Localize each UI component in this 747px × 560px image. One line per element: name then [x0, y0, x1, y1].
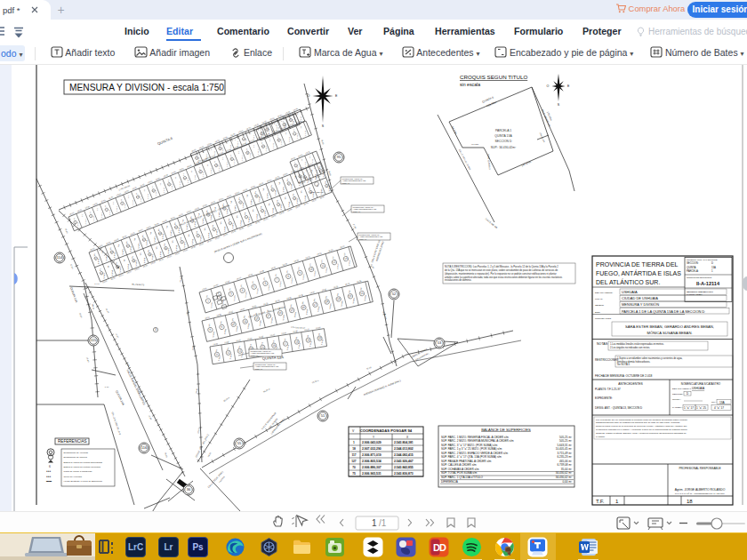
svg-text:(PASAJE MARIO II CEDER SUP. A: (PASAJE MARIO II CEDER SUP. A INCORPORAR… [213, 233, 262, 253]
svg-text:QUINTA 14A: QUINTA 14A [69, 286, 78, 303]
svg-text:NN: NN [148, 250, 149, 252]
svg-text:N.NNN: N.NNN [301, 175, 302, 181]
svg-text:2: 2 [197, 235, 199, 236]
svg-text:NN: NN [325, 180, 326, 183]
svg-text:Por la presente doy mi conform: Por la presente doy mi conformidad al pr… [596, 419, 687, 421]
svg-text:N.NNN: N.NNN [279, 281, 282, 287]
svg-text:SECCION:: SECCION: [672, 393, 683, 396]
svg-text:●●●: ●●● [46, 469, 52, 473]
svg-text:NN: NN [135, 192, 137, 195]
svg-text:N.NNN: N.NNN [288, 136, 290, 142]
svg-text:NN: NN [204, 228, 205, 230]
svg-text:N.NNN: N.NNN [249, 152, 251, 158]
svg-text:N.NNN: N.NNN [106, 255, 108, 261]
svg-text:NN: NN [125, 241, 127, 244]
svg-text:(NOTA 3): (NOTA 3) [251, 355, 259, 356]
svg-text:14,00: 14,00 [126, 270, 133, 275]
svg-text:NN: NN [159, 183, 161, 186]
svg-text:NN: NN [245, 148, 247, 150]
svg-text:NN: NN [206, 164, 208, 166]
svg-text:0: 0 [181, 241, 183, 243]
svg-text:N.NNN: N.NNN [100, 212, 102, 219]
svg-text:N.NNN: N.NNN [298, 342, 301, 348]
svg-text:Estaca s/ Marca de Pintura Enc: Estaca s/ Marca de Pintura Encontrada [64, 461, 103, 464]
svg-text:2.543.926,467: 2.543.926,467 [394, 460, 414, 463]
svg-text:N.NNN: N.NNN [312, 192, 314, 198]
svg-text:SUP. PARC. 4 "a" 17 QTA. 13A (: SUP. PARC. 4 "a" 17 QTA. 13A (POR SUMA) … [441, 455, 502, 459]
svg-text:PARCELA:: PARCELA: [687, 269, 699, 273]
svg-text:N.NNN: N.NNN [187, 178, 189, 184]
svg-text:N.NNN: N.NNN [341, 300, 343, 307]
svg-text:NN: NN [284, 338, 286, 341]
svg-text:13,25: 13,25 [263, 217, 269, 221]
svg-text:E: E [567, 84, 570, 88]
svg-text:14,95: 14,95 [303, 202, 309, 206]
svg-text:NN: NN [196, 231, 197, 234]
svg-text:2.906.043,029: 2.906.043,029 [362, 441, 382, 444]
svg-text:FECHA DE MENSURA: OCTUBRE DE 2: FECHA DE MENSURA: OCTUBRE DE 2.018 [595, 374, 653, 378]
svg-text:N.NNN: N.NNN [178, 227, 180, 233]
svg-text:NN: NN [213, 161, 215, 164]
svg-text:Ochavas, Pasaje Peatonal, Espa: Ochavas, Pasaje Peatonal, Espacio Verde … [596, 432, 687, 435]
svg-text:13,95: 13,95 [182, 248, 189, 252]
svg-text:13,95: 13,95 [279, 211, 285, 215]
svg-text:NN: NN [317, 332, 320, 336]
svg-text:15,00: 15,00 [64, 228, 68, 235]
svg-text:NN: NN [107, 265, 108, 268]
svg-text:N.NNN: N.NNN [316, 169, 317, 175]
svg-text:NN: NN [198, 167, 200, 170]
svg-text:14,95: 14,95 [206, 239, 213, 244]
svg-text:N.NNN: N.NNN [305, 308, 308, 315]
svg-text:35,00 m²: 35,00 m² [561, 468, 572, 471]
svg-text:T.F.: T.F. [596, 499, 605, 504]
svg-text:NN: NN [246, 194, 248, 196]
svg-text:14,01: 14,01 [115, 333, 119, 340]
svg-text:6.235,23 m²: 6.235,23 m² [557, 455, 572, 459]
svg-text:N.NNN: N.NNN [236, 325, 238, 332]
svg-text:N.NNN: N.NNN [325, 267, 328, 273]
svg-text:NN: NN [243, 315, 245, 318]
svg-text:14,90: 14,90 [94, 283, 100, 285]
svg-text:34.430,42 m²: 34.430,42 m² [556, 471, 572, 475]
svg-text:NN: NN [292, 193, 293, 196]
svg-text:51: 51 [321, 413, 325, 418]
svg-text:N.NNN: N.NNN [232, 223, 234, 229]
svg-text:NN: NN [295, 336, 298, 340]
svg-text:N.NNN: N.NNN [116, 206, 117, 212]
svg-text:NN: NN [151, 186, 153, 188]
svg-text:0,00 m²: 0,00 m² [563, 480, 573, 484]
svg-text:NN: NN [96, 208, 98, 211]
svg-text:2.543.836,873: 2.543.836,873 [394, 472, 414, 476]
svg-text:98,98 m: 98,98 m [312, 380, 320, 385]
svg-text:PARCELA:: PARCELA: [672, 406, 683, 409]
svg-text:NN: NN [240, 284, 242, 288]
svg-text:NN: NN [348, 290, 349, 293]
svg-text:NN: NN [112, 202, 114, 204]
svg-text:NN: NN [325, 295, 326, 299]
svg-text:MENSURA Y DIVISION - escala 1:: MENSURA Y DIVISION - escala 1:750 [69, 83, 224, 92]
svg-text:NN: NN [181, 219, 183, 221]
svg-text:NN: NN [286, 179, 288, 181]
svg-text:NN: NN [313, 166, 315, 169]
svg-text:(disposición, mantenimiento o: (disposición, mantenimiento o reparación… [445, 272, 557, 276]
svg-text:N.NNN: N.NNN [280, 140, 282, 146]
svg-text:N.NNN: N.NNN [175, 244, 177, 251]
svg-text:NN: NN [143, 189, 145, 192]
svg-text:N.NNN: N.NNN [202, 218, 204, 224]
svg-text:N.NNN: N.NNN [253, 135, 254, 141]
svg-text:NN: NN [278, 181, 280, 184]
svg-text:14,95: 14,95 [158, 258, 165, 262]
svg-text:N.NNN: N.NNN [336, 263, 339, 269]
svg-text:53: 53 [438, 340, 442, 345]
svg-text:NN: NN [180, 237, 181, 240]
svg-text:NN: NN [132, 256, 133, 259]
svg-text:2.906.871,019: 2.906.871,019 [362, 453, 382, 457]
svg-text:13,00: 13,00 [198, 242, 205, 246]
svg-text:S: S [322, 124, 325, 128]
svg-text:N.NNN: N.NNN [162, 233, 164, 239]
svg-text:N.NNN: N.NNN [194, 174, 196, 180]
svg-text:N.NNN: N.NNN [245, 292, 247, 298]
svg-text:N.NNN: N.NNN [291, 277, 293, 284]
svg-text:NN: NN [120, 198, 122, 201]
svg-text:NN: NN [73, 218, 75, 220]
